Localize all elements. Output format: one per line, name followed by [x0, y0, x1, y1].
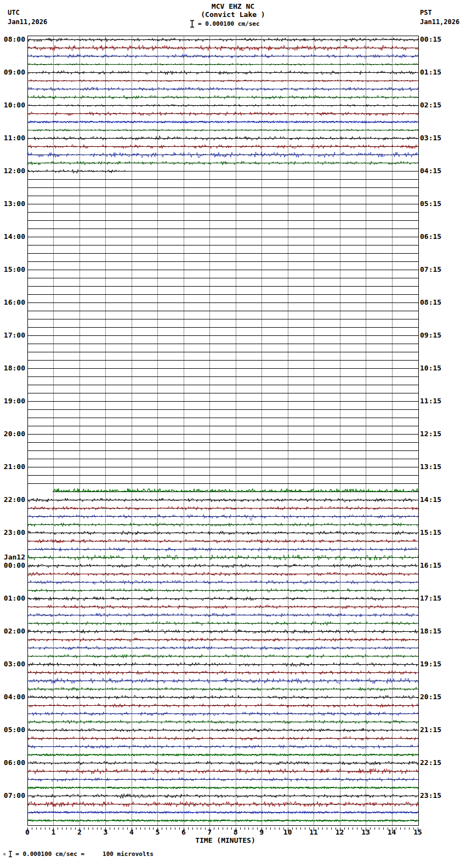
x-tick-label: 6 [173, 828, 195, 836]
x-tick-label: 11 [303, 828, 325, 836]
utc-hour-label: 11:00 [0, 134, 25, 142]
scale-bar-icon [190, 20, 195, 28]
x-axis-title: TIME (MINUTES) [0, 836, 451, 844]
x-tick-label: 9 [251, 828, 272, 836]
utc-hour-label: 21:00 [0, 463, 25, 471]
pst-hour-label: 21:15 [420, 726, 441, 734]
scale-label: = 0.000100 cm/sec [198, 20, 260, 27]
x-tick-label: 2 [69, 828, 90, 836]
utc-hour-label: 03:00 [0, 660, 25, 668]
pst-hour-label: 10:15 [420, 364, 441, 372]
seismogram-svg [27, 36, 419, 826]
utc-hour-label: 20:00 [0, 430, 25, 438]
pst-header: PST [420, 9, 432, 16]
pst-hour-label: 00:15 [420, 36, 441, 43]
station-title: MCV EHZ NC [0, 2, 466, 10]
utc-hour-label: 04:00 [0, 693, 25, 701]
utc-hour-label: 08:00 [0, 36, 25, 43]
pst-hour-label: 08:15 [420, 299, 441, 306]
utc-hour-label: 01:00 [0, 595, 25, 602]
utc-hour-label: 05:00 [0, 726, 25, 734]
utc-hour-label: 07:00 [0, 792, 25, 800]
utc-date: Jan11,2026 [8, 18, 47, 26]
pst-hour-label: 17:15 [420, 595, 441, 602]
station-subtitle: (Convict Lake ) [0, 10, 466, 19]
x-tick-label: 10 [277, 828, 299, 836]
amplitude-scale-legend: = 0.000100 cm/sec [190, 20, 260, 28]
x-tick-label: 5 [146, 828, 168, 836]
pst-date: Jan11,2026 [420, 18, 459, 26]
pst-hour-label: 02:15 [420, 101, 441, 109]
utc-hour-label: Jan12 [0, 553, 25, 561]
x-tick-label: 1 [42, 828, 64, 836]
utc-hour-label: 00:00 [0, 562, 25, 569]
helicorder-page: MCV EHZ NC (Convict Lake ) UTC Jan11,202… [0, 0, 466, 868]
pst-hour-label: 03:15 [420, 134, 441, 142]
utc-header: UTC [8, 9, 20, 16]
footer-scale-value: 100 microvolts [103, 850, 154, 858]
footer-scale-label: = 0.000100 cm/sec = [15, 850, 84, 858]
utc-hour-label: 02:00 [0, 627, 25, 635]
x-tick-label: 3 [94, 828, 116, 836]
scale-bar-icon [8, 850, 13, 858]
x-tick-label: 15 [407, 828, 429, 836]
pst-hour-label: 15:15 [420, 529, 441, 536]
utc-hour-label: 12:00 [0, 167, 25, 175]
utc-hour-label: 06:00 [0, 759, 25, 767]
pst-hour-label: 14:15 [420, 496, 441, 504]
pst-hour-label: 09:15 [420, 332, 441, 339]
x-tick-label: 12 [329, 828, 351, 836]
pst-hour-label: 16:15 [420, 562, 441, 569]
utc-hour-label: 22:00 [0, 496, 25, 504]
utc-hour-label: 18:00 [0, 364, 25, 372]
utc-hour-label: 14:00 [0, 233, 25, 241]
pst-hour-label: 19:15 [420, 660, 441, 668]
utc-hour-label: 17:00 [0, 332, 25, 339]
pst-hour-label: 05:15 [420, 200, 441, 208]
x-tick-label: 14 [381, 828, 403, 836]
x-tick-label: 0 [16, 828, 38, 836]
pst-hour-label: 06:15 [420, 233, 441, 241]
seismogram-plot [27, 36, 419, 828]
pst-hour-label: 18:15 [420, 627, 441, 635]
x-tick-label: 7 [198, 828, 220, 836]
utc-hour-label: 13:00 [0, 200, 25, 208]
footer-scale-note: m = 0.000100 cm/sec = 100 microvolts [3, 850, 154, 858]
utc-hour-label: 23:00 [0, 529, 25, 536]
pst-hour-label: 23:15 [420, 792, 441, 800]
pst-hour-label: 12:15 [420, 430, 441, 438]
x-tick-label: 8 [225, 828, 247, 836]
pst-hour-label: 13:15 [420, 463, 441, 471]
utc-hour-label: 10:00 [0, 101, 25, 109]
x-tick-label: 13 [355, 828, 377, 836]
utc-hour-label: 15:00 [0, 266, 25, 273]
pst-hour-label: 04:15 [420, 167, 441, 175]
pst-hour-label: 20:15 [420, 693, 441, 701]
utc-hour-label: 09:00 [0, 68, 25, 76]
pst-hour-label: 07:15 [420, 266, 441, 273]
pst-hour-label: 22:15 [420, 759, 441, 767]
utc-hour-label: 16:00 [0, 299, 25, 306]
x-tick-label: 4 [121, 828, 143, 836]
pst-hour-label: 01:15 [420, 68, 441, 76]
utc-hour-label: 19:00 [0, 397, 25, 405]
pst-hour-label: 11:15 [420, 397, 441, 405]
footer-prefix: m [3, 852, 5, 856]
